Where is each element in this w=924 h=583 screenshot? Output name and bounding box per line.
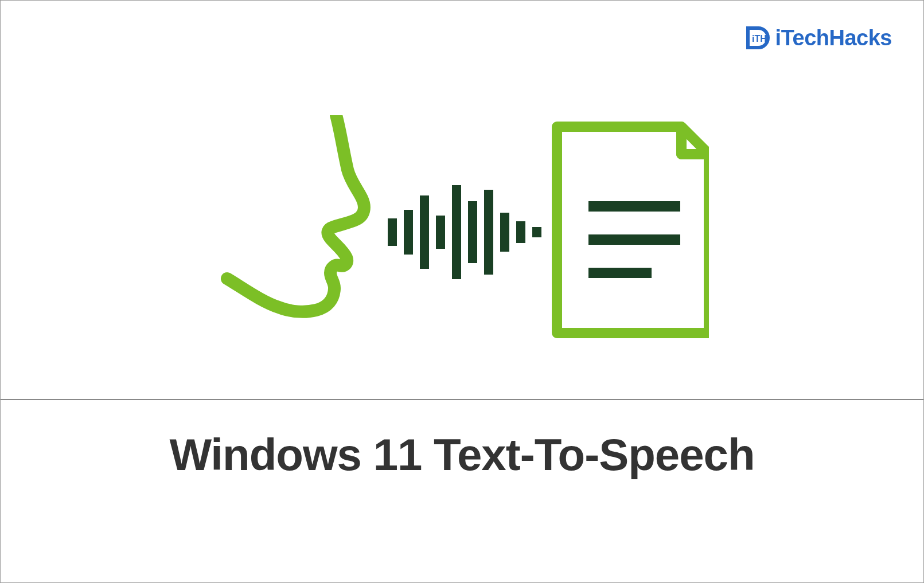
main-illustration-area: iTH iTechHacks [1, 1, 923, 399]
svg-rect-13 [588, 268, 652, 278]
svg-rect-5 [452, 185, 461, 279]
svg-rect-12 [588, 234, 680, 245]
brand-badge: iTH iTechHacks [744, 25, 892, 51]
brand-logo-icon: iTH [744, 25, 771, 51]
svg-rect-2 [404, 210, 413, 255]
face-profile-icon [227, 115, 364, 312]
svg-rect-6 [468, 201, 477, 263]
card-container: iTH iTechHacks [0, 0, 924, 583]
svg-rect-10 [532, 227, 541, 237]
brand-name: iTechHacks [775, 26, 892, 50]
svg-rect-11 [588, 201, 680, 212]
page-title: Windows 11 Text-To-Speech [169, 429, 754, 481]
svg-rect-9 [516, 221, 525, 243]
svg-rect-4 [436, 216, 445, 249]
document-icon [557, 127, 709, 333]
svg-rect-1 [388, 218, 397, 246]
svg-rect-7 [484, 190, 493, 275]
svg-rect-8 [500, 213, 509, 252]
text-to-speech-illustration [216, 115, 709, 339]
title-bar: Windows 11 Text-To-Speech [1, 399, 923, 583]
svg-rect-3 [420, 195, 429, 269]
sound-wave-icon [388, 185, 541, 279]
svg-text:iTH: iTH [752, 34, 767, 44]
